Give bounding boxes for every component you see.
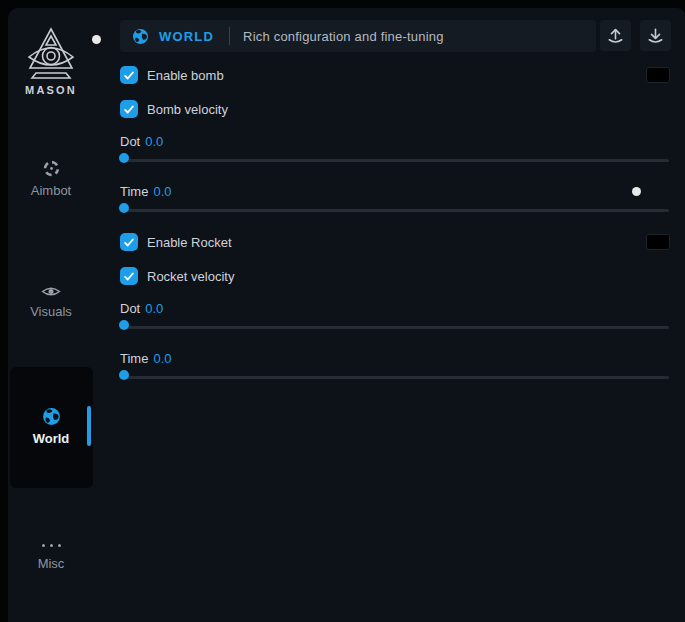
check-icon: [123, 104, 135, 115]
ellipsis-icon: [42, 538, 61, 547]
bomb-color-swatch[interactable]: [646, 67, 670, 83]
cursor-dot: [92, 35, 101, 44]
download-icon: [646, 26, 665, 45]
rocket-color-swatch[interactable]: [646, 234, 670, 250]
check-icon: [123, 70, 135, 81]
bomb-velocity-checkbox[interactable]: [120, 100, 138, 118]
checkbox-row: Bomb velocity: [120, 100, 669, 118]
globe-icon: [16, 407, 86, 426]
cursor-dot: [632, 187, 641, 196]
checkbox-row: Enable bomb: [120, 66, 669, 84]
slider-label: Dot0.0: [120, 134, 163, 148]
slider-value: 0.0: [145, 134, 163, 149]
slider-label: Dot0.0: [120, 301, 163, 315]
globe-icon: [132, 28, 149, 45]
check-icon: [123, 237, 135, 248]
time-slider-track[interactable]: [120, 376, 669, 379]
enable-rocket-checkbox[interactable]: [120, 233, 138, 251]
slider-value: 0.0: [153, 184, 171, 199]
slider-label: Time0.0: [120, 184, 171, 198]
mason-logo-icon: [25, 26, 77, 82]
slider-value: 0.0: [153, 351, 171, 366]
check-icon: [123, 271, 135, 282]
sidebar-active-indicator: [87, 406, 91, 446]
sidebar-item-label: World: [16, 431, 86, 446]
sidebar-item-label: Aimbot: [16, 183, 86, 198]
time-slider-track[interactable]: [120, 209, 669, 212]
active-tab-title: WORLD: [159, 29, 214, 44]
sidebar-item-label: Misc: [16, 556, 86, 571]
dot-slider-track[interactable]: [120, 326, 669, 329]
dot-slider-track[interactable]: [120, 159, 669, 162]
header-divider: [229, 27, 230, 45]
crosshair-icon: [16, 159, 86, 178]
time-slider-handle[interactable]: [119, 370, 129, 380]
sidebar-item-visuals[interactable]: Visuals: [16, 284, 86, 319]
dot-slider-handle[interactable]: [119, 153, 129, 163]
checkbox-label: Enable Rocket: [147, 235, 232, 250]
dot-slider-handle[interactable]: [119, 320, 129, 330]
slider-value: 0.0: [145, 301, 163, 316]
enable-bomb-checkbox[interactable]: [120, 66, 138, 84]
eye-icon: [16, 284, 86, 299]
checkbox-label: Rocket velocity: [147, 269, 234, 284]
sidebar-item-aimbot[interactable]: Aimbot: [16, 159, 86, 198]
header-subtitle: Rich configuration and fine-tuning: [243, 29, 443, 44]
checkbox-row: Enable Rocket: [120, 233, 669, 251]
checkbox-label: Enable bomb: [147, 68, 224, 83]
sidebar-item-misc[interactable]: Misc: [16, 533, 86, 571]
header-tab-bar: WORLD Rich configuration and fine-tuning: [120, 20, 596, 52]
sidebar-item-label: Visuals: [16, 304, 86, 319]
import-config-button[interactable]: [640, 20, 671, 51]
upload-icon: [606, 26, 625, 45]
logo-wordmark: MASON: [16, 84, 86, 96]
slider-label: Time0.0: [120, 351, 171, 365]
time-slider-handle[interactable]: [119, 203, 129, 213]
checkbox-label: Bomb velocity: [147, 102, 228, 117]
checkbox-row: Rocket velocity: [120, 267, 669, 285]
rocket-velocity-checkbox[interactable]: [120, 267, 138, 285]
export-config-button[interactable]: [600, 20, 631, 51]
sidebar-item-world[interactable]: World: [16, 407, 86, 446]
